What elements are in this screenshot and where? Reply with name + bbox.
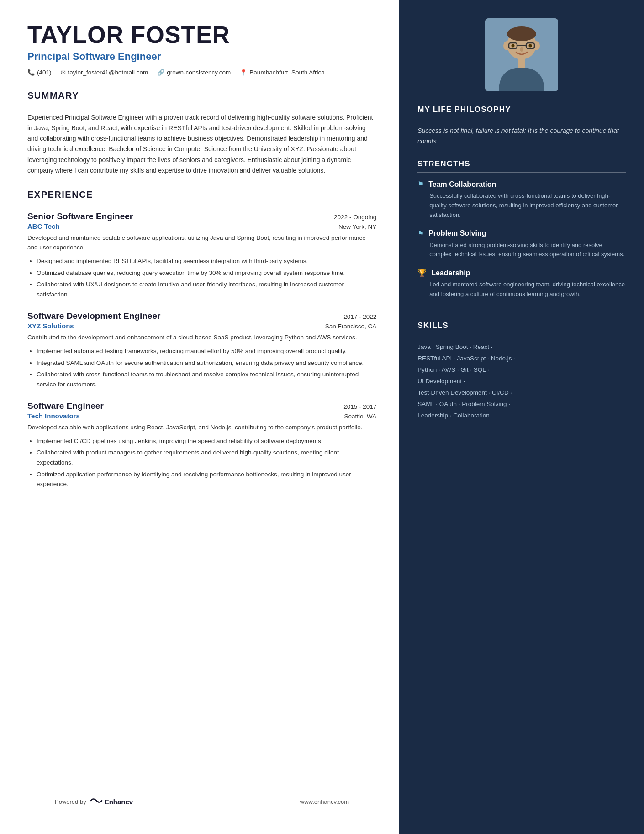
- job-1-bullet-3: Collaborated with UX/UI designers to cre…: [37, 280, 376, 299]
- experience-section: EXPERIENCE Senior Software Engineer 2022…: [27, 190, 376, 501]
- strength-3: 🏆 Leadership Led and mentored software e…: [417, 269, 626, 299]
- svg-point-10: [520, 47, 523, 52]
- strength-2-name: Problem Solving: [428, 229, 486, 238]
- strengths-section: STRENGTHS ⚑ Team Collaboration Successfu…: [399, 159, 644, 308]
- job-2-bullet-2: Integrated SAML and OAuth for secure aut…: [37, 358, 376, 368]
- left-column: TAYLOR FOSTER Principal Software Enginee…: [0, 0, 399, 834]
- skills-divider: [417, 334, 626, 334]
- location-icon: 📍: [240, 69, 247, 76]
- job-3-bullet-1: Implemented CI/CD pipelines using Jenkin…: [37, 436, 376, 446]
- strength-2: ⚑ Problem Solving Demonstrated strong pr…: [417, 229, 626, 260]
- strength-1-icon: ⚑: [417, 180, 424, 189]
- job-3: Software Engineer 2015 - 2017 Tech Innov…: [27, 401, 376, 489]
- strength-3-name: Leadership: [431, 269, 470, 277]
- strength-1-name: Team Collaboration: [428, 180, 496, 189]
- job-2-bullets: Implemented automated testing frameworks…: [27, 346, 376, 389]
- job-1-bullet-1: Designed and implemented RESTful APIs, f…: [37, 256, 376, 266]
- job-2-bullet-3: Collaborated with cross-functional teams…: [37, 369, 376, 389]
- candidate-title: Principal Software Engineer: [27, 51, 376, 63]
- strength-1: ⚑ Team Collaboration Successfully collab…: [417, 180, 626, 220]
- job-2-location: San Francisco, CA: [325, 323, 377, 330]
- svg-point-2: [507, 26, 536, 41]
- job-3-dates: 2015 - 2017: [343, 403, 376, 410]
- skills-section: SKILLS Java · Spring Boot · React · REST…: [399, 321, 644, 422]
- footer-logo: Enhancv: [90, 796, 133, 808]
- job-2-dates: 2017 - 2022: [343, 313, 376, 320]
- contact-email: ✉ taylor_foster41@hotmail.com: [61, 69, 148, 76]
- skills-line-2: RESTful API · JavaScript · Node.js ·: [417, 353, 626, 364]
- footer-website: www.enhancv.com: [300, 798, 349, 805]
- svg-point-8: [512, 44, 515, 48]
- job-1-location: New York, NY: [338, 223, 376, 230]
- strength-2-header: ⚑ Problem Solving: [417, 229, 626, 238]
- skills-line-3: Python · AWS · Git · SQL ·: [417, 364, 626, 376]
- job-2-header: Software Development Engineer 2017 - 202…: [27, 311, 376, 321]
- philosophy-divider: [417, 118, 626, 118]
- job-2-company: XYZ Solutions: [27, 322, 74, 330]
- svg-point-3: [503, 41, 511, 50]
- experience-title: EXPERIENCE: [27, 190, 376, 200]
- skills-line-6: SAML · OAuth · Problem Solving ·: [417, 399, 626, 410]
- job-1-title: Senior Software Engineer: [27, 211, 133, 222]
- contact-location: 📍 Baumbachfurt, South Africa: [240, 69, 324, 76]
- contact-phone: 📞 (401): [27, 69, 52, 76]
- enhancv-brand-name: Enhancv: [105, 798, 133, 806]
- summary-divider: [27, 105, 376, 105]
- phone-icon: 📞: [27, 69, 35, 76]
- job-3-bullet-2: Collaborated with product managers to ga…: [37, 448, 376, 467]
- job-1-company-row: ABC Tech New York, NY: [27, 222, 376, 230]
- skills-line-4: UI Development ·: [417, 376, 626, 387]
- philosophy-title: MY LIFE PHILOSOPHY: [417, 105, 626, 114]
- contact-website: 🔗 grown-consistency.com: [157, 69, 231, 76]
- strength-3-icon: 🏆: [417, 269, 427, 277]
- strengths-divider: [417, 172, 626, 173]
- job-1-company: ABC Tech: [27, 222, 60, 230]
- email-icon: ✉: [61, 69, 66, 76]
- job-1: Senior Software Engineer 2022 - Ongoing …: [27, 211, 376, 300]
- philosophy-section: MY LIFE PHILOSOPHY Success is not final,…: [399, 105, 644, 147]
- header-section: TAYLOR FOSTER Principal Software Enginee…: [27, 22, 376, 76]
- job-2-company-row: XYZ Solutions San Francisco, CA: [27, 322, 376, 330]
- job-2-bullet-1: Implemented automated testing frameworks…: [37, 346, 376, 356]
- job-1-header: Senior Software Engineer 2022 - Ongoing: [27, 211, 376, 222]
- job-3-header: Software Engineer 2015 - 2017: [27, 401, 376, 411]
- skills-line-1: Java · Spring Boot · React ·: [417, 342, 626, 353]
- philosophy-text: Success is not final, failure is not fat…: [417, 126, 626, 147]
- svg-point-4: [533, 41, 540, 50]
- skills-line-5: Test-Driven Development · CI/CD ·: [417, 387, 626, 399]
- job-2-title: Software Development Engineer: [27, 311, 160, 321]
- job-2: Software Development Engineer 2017 - 202…: [27, 311, 376, 389]
- job-1-desc: Developed and maintained scalable softwa…: [27, 233, 376, 253]
- strengths-title: STRENGTHS: [417, 159, 626, 169]
- strength-1-desc: Successfully collaborated with cross-fun…: [417, 191, 626, 220]
- strength-2-desc: Demonstrated strong problem-solving skil…: [417, 241, 626, 260]
- job-3-company-row: Tech Innovators Seattle, WA: [27, 412, 376, 420]
- right-column: MY LIFE PHILOSOPHY Success is not final,…: [399, 0, 644, 834]
- job-3-bullets: Implemented CI/CD pipelines using Jenkin…: [27, 436, 376, 489]
- summary-section: SUMMARY Experienced Principal Software E…: [27, 90, 376, 176]
- strength-3-header: 🏆 Leadership: [417, 269, 626, 277]
- job-2-desc: Contributed to the development and enhan…: [27, 333, 376, 343]
- job-3-title: Software Engineer: [27, 401, 104, 411]
- photo-area: [399, 0, 644, 105]
- footer: Powered by Enhancv www.enhancv.com: [27, 787, 376, 816]
- job-1-bullet-2: Optimized database queries, reducing que…: [37, 268, 376, 278]
- job-3-desc: Developed scalable web applications usin…: [27, 422, 376, 433]
- job-3-location: Seattle, WA: [344, 413, 376, 420]
- skills-title: SKILLS: [417, 321, 626, 330]
- contact-row: 📞 (401) ✉ taylor_foster41@hotmail.com 🔗 …: [27, 69, 376, 76]
- profile-photo: [485, 18, 558, 91]
- strength-3-desc: Led and mentored software engineering te…: [417, 280, 626, 299]
- link-icon: 🔗: [157, 69, 164, 76]
- resume-container: TAYLOR FOSTER Principal Software Enginee…: [0, 0, 644, 834]
- job-1-dates: 2022 - Ongoing: [334, 214, 376, 221]
- footer-brand: Powered by Enhancv: [55, 796, 133, 808]
- job-3-company: Tech Innovators: [27, 412, 80, 420]
- svg-point-9: [529, 44, 532, 48]
- powered-by-label: Powered by: [55, 798, 86, 805]
- skills-line-7: Leadership · Collaboration: [417, 410, 626, 422]
- strength-2-icon: ⚑: [417, 229, 424, 238]
- experience-divider: [27, 204, 376, 204]
- summary-text: Experienced Principal Software Engineer …: [27, 112, 376, 176]
- svg-rect-11: [518, 58, 525, 68]
